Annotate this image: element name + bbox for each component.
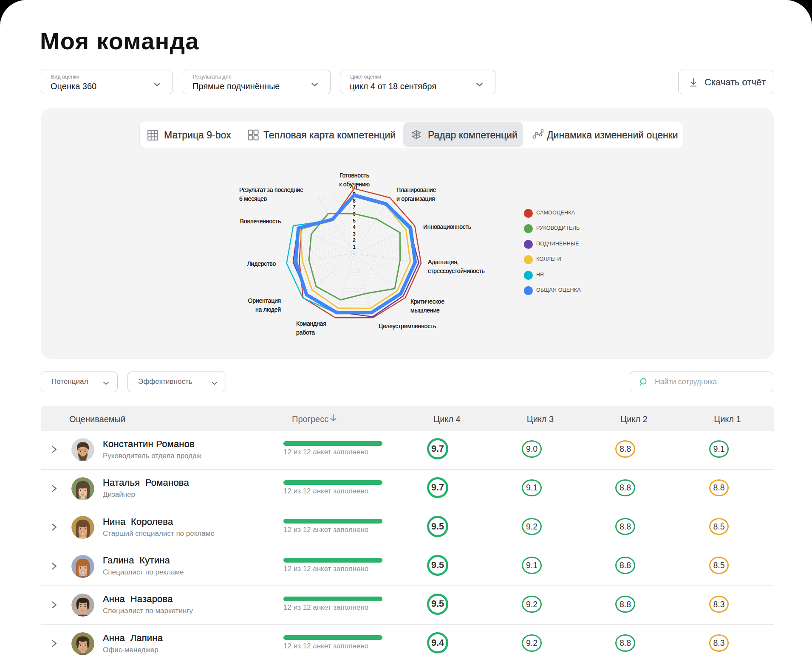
svg-text:1: 1 bbox=[353, 244, 356, 250]
svg-text:4: 4 bbox=[353, 224, 356, 230]
svg-text:5: 5 bbox=[353, 218, 356, 224]
svg-text:2: 2 bbox=[353, 237, 356, 243]
svg-text:3: 3 bbox=[353, 231, 356, 237]
svg-text:7: 7 bbox=[353, 204, 356, 210]
